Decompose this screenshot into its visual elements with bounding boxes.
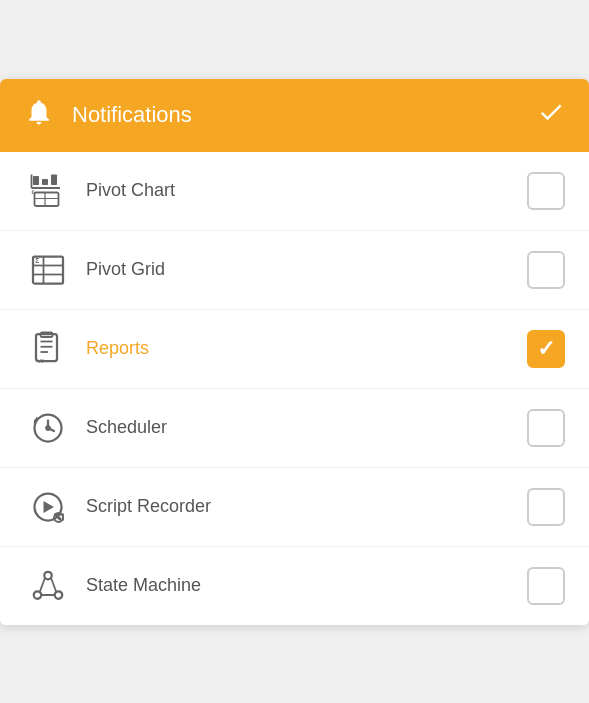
reports-icon: V2 — [24, 331, 72, 367]
list-item-script-recorder: Script Recorder — [0, 468, 589, 547]
state-machine-checkbox[interactable] — [527, 567, 565, 605]
reports-label: Reports — [86, 338, 527, 359]
list-item-pivot-grid: Σ Pivot Grid — [0, 231, 589, 310]
header-title: Notifications — [72, 102, 192, 128]
pivot-grid-checkbox[interactable] — [527, 251, 565, 289]
state-machine-label: State Machine — [86, 575, 527, 596]
reports-checkbox[interactable] — [527, 330, 565, 368]
svg-point-27 — [34, 591, 42, 599]
panel-header: Notifications — [0, 79, 589, 152]
script-recorder-label: Script Recorder — [86, 496, 527, 517]
list-item-scheduler: Scheduler — [0, 389, 589, 468]
list-item-state-machine: State Machine — [0, 547, 589, 625]
pivot-grid-label: Pivot Grid — [86, 259, 527, 280]
script-recorder-checkbox[interactable] — [527, 488, 565, 526]
pivot-chart-icon: ₤ — [24, 173, 72, 209]
svg-point-28 — [55, 591, 63, 599]
svg-rect-1 — [42, 179, 48, 185]
state-machine-icon — [24, 568, 72, 604]
scheduler-label: Scheduler — [86, 417, 527, 438]
scheduler-checkbox[interactable] — [527, 409, 565, 447]
list-item-reports: V2 Reports — [0, 310, 589, 389]
pivot-chart-label: Pivot Chart — [86, 180, 527, 201]
svg-text:Σ: Σ — [35, 257, 39, 264]
scheduler-icon — [24, 410, 72, 446]
svg-rect-6 — [35, 192, 59, 206]
pivot-chart-checkbox[interactable] — [527, 172, 565, 210]
bell-icon — [24, 97, 54, 134]
list-item-pivot-chart: ₤ Pivot Chart — [0, 152, 589, 231]
header-check-icon — [537, 98, 565, 133]
pivot-grid-icon: Σ — [24, 252, 72, 288]
header-left: Notifications — [24, 97, 192, 134]
svg-line-29 — [40, 577, 45, 591]
svg-text:V2: V2 — [38, 358, 45, 364]
notifications-panel: Notifications ₤ Pivot Chart — [0, 79, 589, 625]
script-recorder-icon — [24, 489, 72, 525]
svg-rect-0 — [33, 176, 39, 185]
svg-line-30 — [51, 577, 56, 591]
svg-rect-2 — [51, 174, 57, 185]
